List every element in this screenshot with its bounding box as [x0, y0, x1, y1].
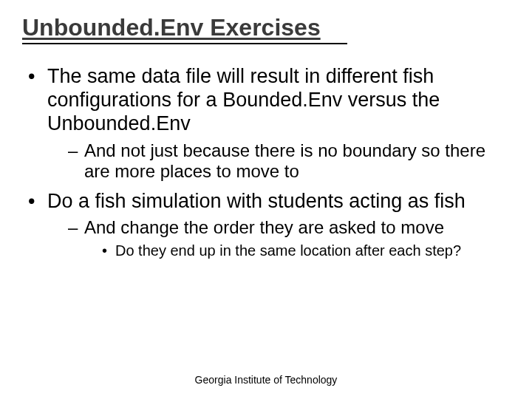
bullet-text: Do they end up in the same location afte… — [115, 242, 461, 259]
bullet-sublist: And not just because there is no boundar… — [47, 140, 505, 183]
bullet-level1: The same data file will result in differ… — [28, 65, 505, 182]
bullet-sublist: And change the order they are asked to m… — [47, 217, 505, 259]
footer-text: Georgia Institute of Technology — [0, 374, 532, 386]
bullet-level2: And change the order they are asked to m… — [68, 217, 505, 259]
bullet-text: The same data file will result in differ… — [47, 65, 440, 134]
bullet-list: The same data file will result in differ… — [22, 65, 510, 259]
bullet-text: And change the order they are asked to m… — [84, 217, 444, 237]
bullet-text: And not just because there is no boundar… — [84, 140, 485, 181]
bullet-level2: And not just because there is no boundar… — [68, 140, 505, 183]
bullet-level1: Do a fish simulation with students actin… — [28, 190, 505, 260]
bullet-level3: Do they end up in the same location afte… — [102, 242, 505, 259]
bullet-text: Do a fish simulation with students actin… — [47, 190, 466, 212]
bullet-subsublist: Do they end up in the same location afte… — [84, 242, 505, 259]
slide: Unbounded.Env Exercises The same data fi… — [0, 0, 532, 399]
slide-title: Unbounded.Env Exercises — [22, 13, 347, 44]
